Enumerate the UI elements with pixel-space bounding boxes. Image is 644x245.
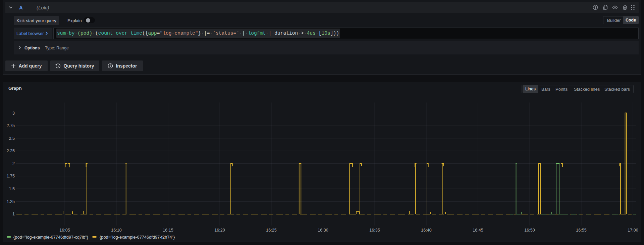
svg-text:2.25: 2.25 [7,149,15,153]
svg-text:16:15: 16:15 [163,228,173,233]
svg-text:16:40: 16:40 [421,228,431,233]
svg-text:2.5: 2.5 [9,136,15,141]
svg-text:16:20: 16:20 [214,228,225,233]
svg-text:{pod="log-example-67746dfd97-c: {pod="log-example-67746dfd97-cq7lb"} [13,235,89,240]
svg-text:{pod="log-example-67746dfd97-f: {pod="log-example-67746dfd97-f2h74"} [100,235,175,240]
svg-text:3: 3 [12,111,15,116]
svg-text:1: 1 [12,212,15,216]
svg-text:16:50: 16:50 [524,228,535,233]
svg-text:16:45: 16:45 [473,228,483,233]
svg-text:16:25: 16:25 [266,228,276,233]
svg-text:16:05: 16:05 [59,228,70,233]
svg-text:17:00: 17:00 [628,228,638,233]
svg-text:16:10: 16:10 [111,228,121,233]
svg-text:2.75: 2.75 [7,123,15,128]
svg-text:16:55: 16:55 [576,228,586,233]
svg-text:1.25: 1.25 [7,199,15,204]
svg-text:1.5: 1.5 [9,187,15,191]
svg-text:16:30: 16:30 [318,228,328,233]
svg-text:2: 2 [12,161,15,166]
svg-text:16:35: 16:35 [369,228,380,233]
svg-text:1.75: 1.75 [7,174,15,178]
